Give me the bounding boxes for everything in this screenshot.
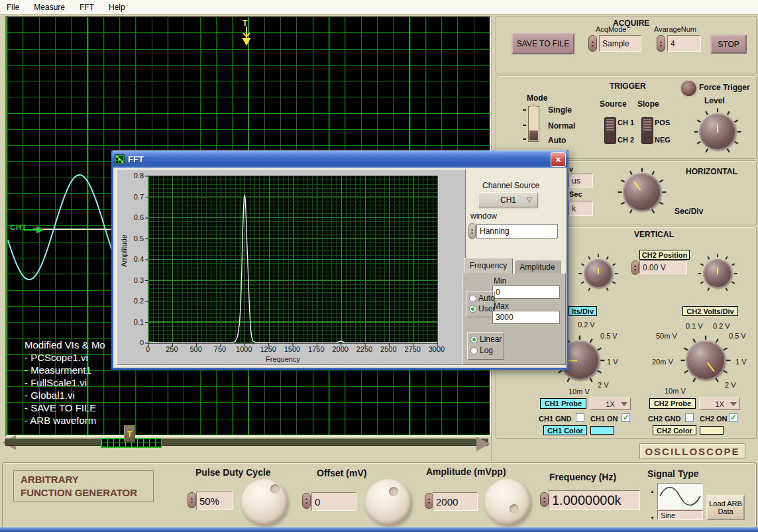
secdiv-knob[interactable] <box>623 173 661 211</box>
fft-y-tick-label: 0.2 <box>124 297 144 305</box>
ch1-position-knob[interactable] <box>584 259 613 288</box>
fft-body: Amplitude 00.10.20.30.40.50.60.70.8 0250… <box>113 168 567 368</box>
ch2-position-knob[interactable] <box>703 259 732 288</box>
tab-frequency[interactable]: Frequency <box>464 258 513 274</box>
slope-neg-label: NEG <box>655 136 671 144</box>
channel-source-dropdown[interactable]: CH1 ▽ <box>478 192 538 207</box>
trigger-mode-normal[interactable]: Normal <box>548 121 575 131</box>
ch1-voltsdiv-tag-fragment: lts/Div <box>568 306 597 316</box>
ch1-color-tag: CH1 Color <box>543 425 587 435</box>
signal-type-value[interactable]: Sine <box>657 510 703 520</box>
scope-time-scrollbar[interactable] <box>5 439 488 446</box>
averagenum-label: AvarageNum <box>654 25 696 33</box>
frequency-value[interactable]: 1.0000000k <box>549 490 640 510</box>
tab-amplitude[interactable]: Amplitude <box>514 260 561 274</box>
offset-spinner[interactable] <box>302 493 311 509</box>
scope-scroll-right-arrow[interactable] <box>476 437 490 451</box>
ch2-scale-10m: 10m V <box>665 387 686 395</box>
duty-spinner[interactable] <box>188 492 196 508</box>
min-label: Min <box>494 276 506 286</box>
samplerate-value-fragment[interactable]: k <box>568 201 593 216</box>
save-to-file-button[interactable]: SAVE TO FILE <box>512 33 574 54</box>
max-value[interactable]: 3000 <box>492 311 560 324</box>
window-spinner[interactable] <box>468 223 476 239</box>
duty-value[interactable]: 50% <box>196 492 233 510</box>
ch1-scale-2: 2 V <box>598 381 609 389</box>
frequency-spinner[interactable] <box>540 492 549 507</box>
window-value[interactable]: Hanning <box>476 224 558 239</box>
user-radio[interactable] <box>469 305 476 313</box>
channel-source-value: CH1 <box>500 195 516 205</box>
menu-item-help[interactable]: Help <box>109 3 125 12</box>
fft-x-tick-label: 250 <box>158 345 185 353</box>
acqmode-spinner[interactable] <box>588 35 597 52</box>
menu-item-file[interactable]: File <box>7 3 19 12</box>
signal-up-icon[interactable]: ▲ <box>650 489 657 494</box>
timebase-value-fragment[interactable]: us <box>568 174 593 187</box>
offset-value[interactable]: 0 <box>311 492 356 511</box>
menu-item-fft[interactable]: FFT <box>80 3 94 12</box>
trigger-mode-single[interactable]: Single <box>548 105 572 115</box>
ch1-scale-10m: 10m V <box>568 388 590 396</box>
source-ch1-label: CH 1 <box>618 119 634 127</box>
trigger-time-handle[interactable]: T <box>124 425 135 442</box>
signal-type-arrows[interactable]: ▲ ▼ <box>650 489 657 521</box>
stop-button[interactable]: STOP <box>710 34 747 54</box>
fft-y-tick-label: 0.7 <box>124 193 144 201</box>
ch1-probe-dropdown[interactable]: 1X <box>590 398 631 410</box>
load-arb-button[interactable]: Load ARB Data <box>706 495 745 520</box>
menu-item-measure[interactable]: Measure <box>34 3 65 12</box>
fft-window-icon <box>115 154 125 164</box>
trigger-position-marker[interactable]: T <box>243 19 247 28</box>
ch2-color-swatch[interactable] <box>700 426 724 435</box>
trigger-mode-slider[interactable] <box>528 106 539 142</box>
offset-label: Offset (mV) <box>317 468 366 478</box>
horizontal-title: HORIZONTAL <box>686 167 737 176</box>
generator-title-box: ARBITRARY FUNCTION GENERATOR <box>13 470 154 502</box>
fft-y-tick-label: 0.3 <box>124 276 144 284</box>
amplitude-knob[interactable] <box>484 479 531 525</box>
ch1-trace-label[interactable]: CH1 <box>10 223 27 231</box>
force-trigger-button[interactable] <box>681 81 696 96</box>
auto-radio[interactable] <box>469 295 476 302</box>
averagenum-value[interactable]: 4 <box>667 35 701 52</box>
ch2-position-spinner[interactable] <box>631 260 639 275</box>
amplitude-value[interactable]: 2000 <box>433 492 478 511</box>
ch2-probe-dropdown[interactable]: 1X <box>699 398 740 410</box>
ch1-scale-0p2: 0.2 V <box>578 321 595 329</box>
trigger-mode-auto[interactable]: Auto <box>548 136 566 145</box>
ch2-voltsdiv-knob[interactable] <box>686 341 726 380</box>
ch2-gnd-checkbox[interactable] <box>685 413 694 422</box>
ch2-on-checkbox[interactable] <box>729 413 737 422</box>
fft-tab-control: Frequency Amplitude Min 0 Auto User Max … <box>462 258 566 365</box>
ch1-gnd-checkbox[interactable] <box>576 413 584 422</box>
signal-down-icon[interactable]: ▼ <box>650 515 657 521</box>
mode-tick <box>523 109 526 111</box>
log-radio[interactable] <box>470 347 478 354</box>
acqmode-value[interactable]: Sample <box>599 35 641 52</box>
signal-waveform-picture[interactable] <box>657 483 703 509</box>
trigger-level-knob[interactable] <box>699 113 736 150</box>
trigger-slope-switch[interactable] <box>641 117 653 144</box>
ch1-on-label: CH1 ON <box>590 415 618 423</box>
duty-knob[interactable] <box>241 479 288 525</box>
max-label: Max <box>494 301 509 311</box>
trigger-source-label: Source <box>600 99 627 109</box>
ch1-on-checkbox[interactable] <box>622 413 630 422</box>
vertical-title: VERTICAL <box>634 230 674 239</box>
trigger-source-switch[interactable] <box>604 117 616 144</box>
ch2-position-value[interactable]: 0.00 V <box>639 260 687 274</box>
ch2-scale-0p2: 0.2 V <box>713 322 730 330</box>
offset-knob[interactable] <box>365 479 411 525</box>
menu-bar: FileMeasureFFTHelp <box>0 0 758 15</box>
fft-titlebar[interactable]: FFT <box>111 150 568 168</box>
ch1-probe-tag: CH1 Probe <box>540 398 586 409</box>
close-icon[interactable] <box>551 152 566 167</box>
frequency-tab-body: Min 0 Auto User Max 3000 Linear Log <box>462 273 566 365</box>
ch1-color-swatch[interactable] <box>590 426 614 435</box>
averagenum-spinner[interactable] <box>657 35 665 52</box>
amplitude-label: Amplitude (mVpp) <box>426 466 506 477</box>
fft-x-tick-label: 1250 <box>255 345 282 353</box>
linear-radio[interactable] <box>470 336 478 343</box>
min-value[interactable]: 0 <box>492 286 560 299</box>
